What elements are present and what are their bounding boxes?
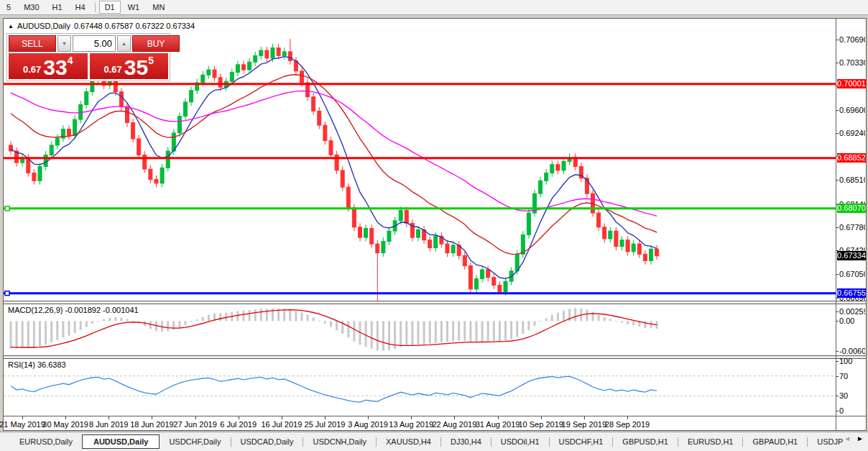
date-tick: [325, 416, 326, 419]
timeframe-button-mn[interactable]: MN: [147, 1, 170, 14]
macd-axis-label: 0.00: [839, 316, 865, 325]
candle-body: [323, 125, 327, 141]
candle-body: [288, 52, 292, 61]
candle-body: [154, 179, 158, 183]
candle-body: [329, 141, 333, 155]
candle-body: [254, 55, 257, 62]
macd-bar: [429, 321, 431, 344]
date-label: 13 Aug 2019: [389, 420, 433, 429]
sell-button[interactable]: SELL: [9, 35, 56, 52]
time-axis[interactable]: 21 May 201930 May 20198 Jun 201918 Jun 2…: [4, 416, 836, 430]
macd-bar: [202, 317, 204, 322]
timeframe-button-m30[interactable]: M30: [18, 1, 45, 14]
candle-body: [277, 48, 280, 56]
rsi-tick: [836, 376, 839, 377]
collapse-icon[interactable]: ▲: [8, 23, 14, 29]
price-tick: [836, 40, 839, 40]
buy-button[interactable]: BUY: [132, 35, 180, 52]
macd-bar: [400, 321, 402, 347]
macd-bar: [190, 321, 193, 322]
candle-body: [137, 139, 141, 155]
macd-bar: [324, 321, 326, 324]
date-tick: [239, 416, 239, 419]
tab-eurusd-daily[interactable]: EURUSD,Daily: [10, 435, 82, 448]
macd-bar: [266, 309, 268, 321]
macd-bar: [249, 310, 251, 321]
tab-gbpusd-h1[interactable]: GBPUSD,H1: [613, 435, 678, 448]
price-tick-label: 0.69600: [839, 106, 865, 114]
date-label: 30 May 2019: [42, 420, 88, 429]
candle-body: [655, 249, 659, 256]
macd-bar: [371, 321, 373, 349]
macd-bar: [45, 321, 47, 345]
macd-bar: [336, 321, 338, 330]
tab-usdchf-daily[interactable]: USDCHF,Daily: [160, 435, 230, 448]
spin-down-icon[interactable]: ▼: [57, 35, 71, 52]
macd-bar: [219, 313, 221, 321]
macd-bar: [260, 309, 262, 321]
toolbar-separator: [95, 2, 96, 12]
candle-body: [650, 249, 653, 260]
hline-handle[interactable]: [5, 291, 9, 296]
macd-bar: [627, 321, 629, 324]
tab-scroll-left-icon[interactable]: ◄: [844, 434, 851, 442]
date-label: 3 Aug 2019: [348, 420, 388, 429]
macd-bar: [80, 321, 82, 330]
macd-bar: [254, 309, 257, 321]
macd-bar: [417, 321, 420, 345]
date-tick: [152, 416, 152, 419]
macd-bar: [289, 309, 291, 321]
macd-bar: [318, 320, 320, 321]
tab-usdchf-h1[interactable]: USDCHF,H1: [550, 435, 613, 448]
tab-dj30-h4[interactable]: DJ30,H4: [441, 435, 491, 448]
timeframe-button-h1[interactable]: H1: [47, 1, 68, 14]
ask-price-tile[interactable]: 0.67 35 5: [90, 53, 169, 79]
macd-bar: [604, 317, 606, 321]
date-label: 22 Aug 2019: [432, 420, 476, 429]
candle-body: [597, 213, 601, 227]
macd-bar: [411, 321, 413, 345]
timeframe-button-5[interactable]: 5: [1, 1, 17, 14]
volume-input[interactable]: [73, 35, 116, 52]
bid-price-tile[interactable]: 0.67 33 4: [9, 53, 88, 79]
candle-body: [643, 254, 647, 260]
macd-bar: [196, 319, 198, 321]
tab-usdoil-h1[interactable]: USDOil,H1: [491, 435, 549, 448]
candle-body: [259, 50, 263, 55]
chart-window[interactable]: 21 May 201930 May 20198 Jun 201918 Jun 2…: [3, 18, 867, 431]
candle-body: [282, 52, 286, 55]
rsi-tick: [836, 361, 839, 362]
tab-eurusd-h1[interactable]: EURUSD,H1: [678, 435, 743, 448]
macd-bar: [563, 311, 565, 321]
hline-handle[interactable]: [5, 206, 9, 211]
macd-bar: [440, 321, 443, 342]
macd-tick: [836, 321, 839, 322]
tab-gbpaud-h1[interactable]: GBPAUD,H1: [743, 435, 807, 448]
tab-xauusd-h4[interactable]: XAUUSD,H4: [377, 435, 440, 448]
macd-bar: [62, 321, 64, 337]
price-badge-0.67334: 0.67334: [837, 251, 866, 260]
tab-usdcad-daily[interactable]: USDCAD,Daily: [231, 435, 303, 448]
macd-bar: [615, 321, 617, 322]
macd-bar: [330, 321, 332, 327]
macd-bar: [68, 321, 70, 335]
macd-bar: [621, 321, 623, 322]
date-label: 8 Jun 2019: [89, 420, 128, 429]
macd-bar: [481, 321, 484, 341]
date-label: 6 Jul 2019: [220, 420, 257, 429]
timeframe-button-h4[interactable]: H4: [70, 1, 91, 14]
tab-usdcnh-daily[interactable]: USDCNH,Daily: [303, 435, 376, 448]
timeframe-button-d1[interactable]: D1: [99, 1, 121, 14]
tab-scroll-right-icon[interactable]: ►: [857, 434, 864, 442]
tab-audusd-daily[interactable]: AUDUSD,Daily: [82, 434, 160, 449]
price-badge-0.66755: 0.66755: [837, 288, 866, 298]
rsi-panel[interactable]: [4, 359, 836, 416]
spin-up-icon[interactable]: ▲: [117, 35, 131, 52]
price-tick-label: 0.69240: [839, 129, 865, 137]
candle-body: [614, 231, 618, 247]
macd-bar: [499, 321, 501, 341]
macd-tick: [836, 311, 839, 312]
macd-bar: [74, 321, 76, 333]
macd-bar: [609, 319, 611, 321]
timeframe-button-w1[interactable]: W1: [122, 1, 146, 14]
